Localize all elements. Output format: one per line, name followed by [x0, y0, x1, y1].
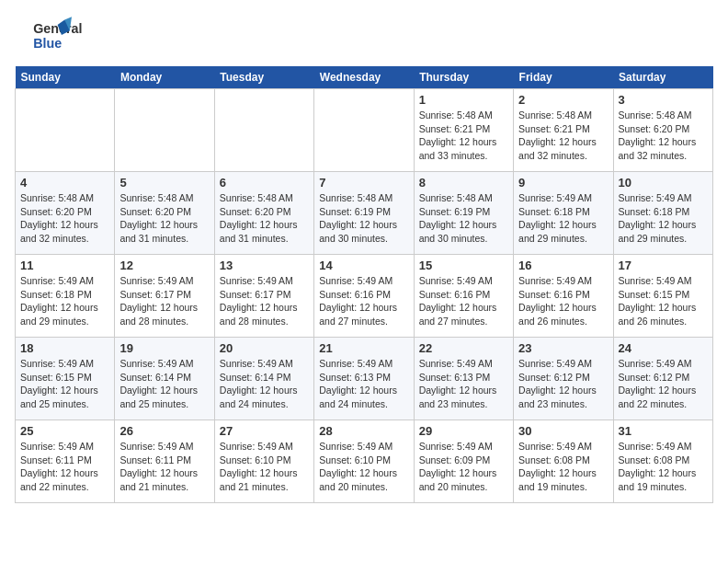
calendar-cell: 26Sunrise: 5:49 AM Sunset: 6:11 PM Dayli… — [115, 420, 214, 503]
day-number: 2 — [518, 93, 608, 107]
calendar-week-4: 18Sunrise: 5:49 AM Sunset: 6:15 PM Dayli… — [16, 338, 713, 420]
calendar-cell: 12Sunrise: 5:49 AM Sunset: 6:17 PM Dayli… — [115, 255, 214, 338]
calendar-cell: 22Sunrise: 5:49 AM Sunset: 6:13 PM Dayli… — [414, 338, 513, 420]
day-number: 29 — [419, 424, 508, 438]
day-number: 3 — [619, 93, 708, 107]
calendar-table: SundayMondayTuesdayWednesdayThursdayFrid… — [15, 66, 713, 503]
calendar-cell: 18Sunrise: 5:49 AM Sunset: 6:15 PM Dayli… — [16, 338, 115, 420]
day-number: 9 — [518, 176, 608, 190]
day-info: Sunrise: 5:49 AM Sunset: 6:16 PM Dayligh… — [419, 274, 508, 328]
day-number: 4 — [20, 176, 109, 190]
day-info: Sunrise: 5:49 AM Sunset: 6:16 PM Dayligh… — [518, 274, 608, 328]
day-info: Sunrise: 5:49 AM Sunset: 6:08 PM Dayligh… — [518, 440, 608, 494]
day-number: 26 — [119, 424, 209, 438]
calendar-cell: 25Sunrise: 5:49 AM Sunset: 6:11 PM Dayli… — [16, 420, 115, 503]
day-info: Sunrise: 5:49 AM Sunset: 6:12 PM Dayligh… — [518, 357, 608, 411]
day-number: 25 — [20, 424, 109, 438]
day-number: 19 — [119, 341, 209, 355]
day-info: Sunrise: 5:49 AM Sunset: 6:12 PM Dayligh… — [619, 357, 708, 411]
day-info: Sunrise: 5:49 AM Sunset: 6:14 PM Dayligh… — [220, 357, 309, 411]
day-info: Sunrise: 5:48 AM Sunset: 6:21 PM Dayligh… — [419, 109, 508, 163]
weekday-header-saturday: Saturday — [613, 66, 712, 89]
calendar-cell: 15Sunrise: 5:49 AM Sunset: 6:16 PM Dayli… — [414, 255, 513, 338]
day-info: Sunrise: 5:48 AM Sunset: 6:20 PM Dayligh… — [619, 109, 708, 163]
day-info: Sunrise: 5:49 AM Sunset: 6:18 PM Dayligh… — [20, 274, 109, 328]
calendar-cell: 14Sunrise: 5:49 AM Sunset: 6:16 PM Dayli… — [314, 255, 414, 338]
day-info: Sunrise: 5:49 AM Sunset: 6:11 PM Dayligh… — [119, 440, 209, 494]
weekday-header-tuesday: Tuesday — [214, 66, 313, 89]
calendar-week-3: 11Sunrise: 5:49 AM Sunset: 6:18 PM Dayli… — [16, 255, 713, 338]
calendar-week-5: 25Sunrise: 5:49 AM Sunset: 6:11 PM Dayli… — [16, 420, 713, 503]
day-number: 14 — [319, 259, 408, 272]
day-number: 15 — [419, 259, 508, 272]
calendar-cell: 31Sunrise: 5:49 AM Sunset: 6:08 PM Dayli… — [613, 420, 712, 503]
page-header: General Blue — [15, 15, 713, 55]
day-info: Sunrise: 5:48 AM Sunset: 6:20 PM Dayligh… — [20, 191, 109, 246]
day-info: Sunrise: 5:49 AM Sunset: 6:13 PM Dayligh… — [319, 357, 408, 411]
day-number: 7 — [319, 176, 408, 190]
day-info: Sunrise: 5:49 AM Sunset: 6:09 PM Dayligh… — [419, 440, 508, 494]
calendar-cell: 16Sunrise: 5:49 AM Sunset: 6:16 PM Dayli… — [514, 255, 613, 338]
calendar-cell: 21Sunrise: 5:49 AM Sunset: 6:13 PM Dayli… — [314, 338, 414, 420]
calendar-cell: 28Sunrise: 5:49 AM Sunset: 6:10 PM Dayli… — [314, 420, 414, 503]
day-number: 20 — [220, 341, 309, 355]
weekday-header-thursday: Thursday — [414, 66, 513, 89]
day-number: 21 — [319, 341, 408, 355]
calendar-cell: 20Sunrise: 5:49 AM Sunset: 6:14 PM Dayli… — [214, 338, 313, 420]
day-info: Sunrise: 5:49 AM Sunset: 6:17 PM Dayligh… — [119, 274, 209, 328]
calendar-cell: 17Sunrise: 5:49 AM Sunset: 6:15 PM Dayli… — [613, 255, 712, 338]
day-number: 6 — [220, 176, 309, 190]
calendar-cell: 6Sunrise: 5:48 AM Sunset: 6:20 PM Daylig… — [214, 172, 313, 255]
weekday-header-wednesday: Wednesday — [314, 66, 414, 89]
calendar-cell: 29Sunrise: 5:49 AM Sunset: 6:09 PM Dayli… — [414, 420, 513, 503]
day-info: Sunrise: 5:49 AM Sunset: 6:14 PM Dayligh… — [119, 357, 209, 411]
calendar-cell: 13Sunrise: 5:49 AM Sunset: 6:17 PM Dayli… — [214, 255, 313, 338]
calendar-week-1: 1Sunrise: 5:48 AM Sunset: 6:21 PM Daylig… — [16, 89, 713, 172]
calendar-cell: 27Sunrise: 5:49 AM Sunset: 6:10 PM Dayli… — [214, 420, 313, 503]
calendar-cell: 19Sunrise: 5:49 AM Sunset: 6:14 PM Dayli… — [115, 338, 214, 420]
day-number: 27 — [220, 424, 309, 438]
day-info: Sunrise: 5:49 AM Sunset: 6:17 PM Dayligh… — [220, 274, 309, 328]
day-number: 30 — [518, 424, 608, 438]
calendar-cell: 8Sunrise: 5:48 AM Sunset: 6:19 PM Daylig… — [414, 172, 513, 255]
calendar-cell: 10Sunrise: 5:49 AM Sunset: 6:18 PM Dayli… — [613, 172, 712, 255]
day-number: 11 — [20, 259, 109, 272]
day-number: 1 — [419, 93, 508, 107]
calendar-cell: 2Sunrise: 5:48 AM Sunset: 6:21 PM Daylig… — [514, 89, 613, 172]
day-number: 31 — [619, 424, 708, 438]
day-number: 16 — [518, 259, 608, 272]
calendar-cell: 11Sunrise: 5:49 AM Sunset: 6:18 PM Dayli… — [16, 255, 115, 338]
calendar-cell: 9Sunrise: 5:49 AM Sunset: 6:18 PM Daylig… — [514, 172, 613, 255]
day-info: Sunrise: 5:49 AM Sunset: 6:08 PM Dayligh… — [619, 440, 708, 494]
calendar-cell — [314, 89, 414, 172]
day-info: Sunrise: 5:48 AM Sunset: 6:19 PM Dayligh… — [319, 191, 408, 246]
day-info: Sunrise: 5:48 AM Sunset: 6:19 PM Dayligh… — [419, 191, 508, 246]
day-info: Sunrise: 5:48 AM Sunset: 6:21 PM Dayligh… — [518, 109, 608, 163]
calendar-cell: 5Sunrise: 5:48 AM Sunset: 6:20 PM Daylig… — [115, 172, 214, 255]
logo-svg: General Blue — [15, 15, 88, 55]
weekday-header-row: SundayMondayTuesdayWednesdayThursdayFrid… — [16, 66, 713, 89]
day-info: Sunrise: 5:49 AM Sunset: 6:15 PM Dayligh… — [619, 274, 708, 328]
calendar-cell: 23Sunrise: 5:49 AM Sunset: 6:12 PM Dayli… — [514, 338, 613, 420]
calendar-cell: 4Sunrise: 5:48 AM Sunset: 6:20 PM Daylig… — [16, 172, 115, 255]
day-info: Sunrise: 5:49 AM Sunset: 6:15 PM Dayligh… — [20, 357, 109, 411]
day-info: Sunrise: 5:49 AM Sunset: 6:16 PM Dayligh… — [319, 274, 408, 328]
calendar-cell — [214, 89, 313, 172]
calendar-cell — [115, 89, 214, 172]
day-number: 13 — [220, 259, 309, 272]
day-info: Sunrise: 5:49 AM Sunset: 6:11 PM Dayligh… — [20, 440, 109, 494]
weekday-header-friday: Friday — [514, 66, 613, 89]
svg-text:General: General — [33, 21, 82, 36]
calendar-cell: 24Sunrise: 5:49 AM Sunset: 6:12 PM Dayli… — [613, 338, 712, 420]
calendar-cell: 1Sunrise: 5:48 AM Sunset: 6:21 PM Daylig… — [414, 89, 513, 172]
day-number: 17 — [619, 259, 708, 272]
day-number: 5 — [119, 176, 209, 190]
day-info: Sunrise: 5:49 AM Sunset: 6:10 PM Dayligh… — [319, 440, 408, 494]
day-info: Sunrise: 5:49 AM Sunset: 6:10 PM Dayligh… — [220, 440, 309, 494]
day-number: 23 — [518, 341, 608, 355]
day-number: 10 — [619, 176, 708, 190]
calendar-week-2: 4Sunrise: 5:48 AM Sunset: 6:20 PM Daylig… — [16, 172, 713, 255]
day-info: Sunrise: 5:48 AM Sunset: 6:20 PM Dayligh… — [119, 191, 209, 246]
day-number: 8 — [419, 176, 508, 190]
calendar-cell: 30Sunrise: 5:49 AM Sunset: 6:08 PM Dayli… — [514, 420, 613, 503]
